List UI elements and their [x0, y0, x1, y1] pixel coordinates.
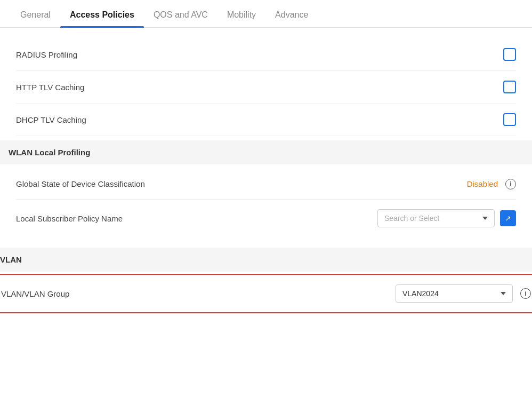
tab-qos-avc[interactable]: QOS and AVC	[144, 3, 217, 27]
dhcp-tlv-caching-row: DHCP TLV Caching	[16, 104, 516, 136]
vlan-section-header: VLAN	[0, 248, 532, 272]
http-tlv-caching-row: HTTP TLV Caching	[16, 71, 516, 104]
radius-profiling-label: RADIUS Profiling	[16, 50, 77, 59]
external-link-icon: ↗	[505, 214, 511, 223]
local-subscriber-label: Local Subscriber Policy Name	[16, 214, 123, 223]
vlan-group-select[interactable]: VLAN2024	[396, 284, 513, 303]
local-subscriber-placeholder: Search or Select	[384, 214, 478, 223]
content-area: RADIUS Profiling HTTP TLV Caching DHCP T…	[0, 28, 532, 248]
vlan-chevron-icon	[501, 292, 506, 295]
global-state-row: Global State of Device Classification Di…	[16, 169, 516, 200]
http-tlv-caching-checkbox[interactable]	[503, 81, 516, 93]
vlan-info-icon[interactable]: i	[520, 288, 531, 299]
local-subscriber-select[interactable]: Search or Select	[377, 209, 495, 227]
chevron-down-icon	[482, 217, 488, 220]
dhcp-tlv-caching-checkbox[interactable]	[503, 113, 516, 126]
local-subscriber-row: Local Subscriber Policy Name Search or S…	[16, 200, 516, 237]
vlan-group-control: VLAN2024 i	[396, 284, 531, 303]
tab-advance[interactable]: Advance	[265, 3, 318, 27]
wlan-local-profiling-section: WLAN Local Profiling	[0, 140, 532, 164]
global-state-label: Global State of Device Classification	[16, 178, 145, 189]
global-state-info-icon[interactable]: i	[505, 179, 516, 189]
radius-profiling-checkbox[interactable]	[503, 48, 516, 61]
global-state-status: Disabled	[467, 179, 498, 188]
vlan-group-label: VLAN/VLAN Group	[1, 289, 69, 298]
tab-mobility[interactable]: Mobility	[217, 3, 265, 27]
http-tlv-caching-control	[503, 81, 516, 93]
radius-profiling-row: RADIUS Profiling	[16, 38, 516, 71]
tab-general[interactable]: General	[11, 3, 60, 27]
tab-bar: General Access Policies QOS and AVC Mobi…	[0, 0, 532, 28]
local-subscriber-external-link[interactable]: ↗	[500, 210, 516, 226]
vlan-group-row-highlighted: VLAN/VLAN Group VLAN2024 i	[0, 274, 532, 313]
dhcp-tlv-caching-label: DHCP TLV Caching	[16, 115, 86, 124]
radius-profiling-control	[503, 48, 516, 61]
tab-access-policies[interactable]: Access Policies	[60, 3, 144, 27]
vlan-section: VLAN VLAN/VLAN Group VLAN2024 i	[0, 248, 532, 313]
local-subscriber-control: Search or Select ↗	[377, 209, 516, 227]
dhcp-tlv-caching-control	[503, 113, 516, 126]
global-state-control: Disabled i	[467, 179, 516, 189]
vlan-group-value: VLAN2024	[402, 289, 496, 298]
http-tlv-caching-label: HTTP TLV Caching	[16, 83, 84, 92]
